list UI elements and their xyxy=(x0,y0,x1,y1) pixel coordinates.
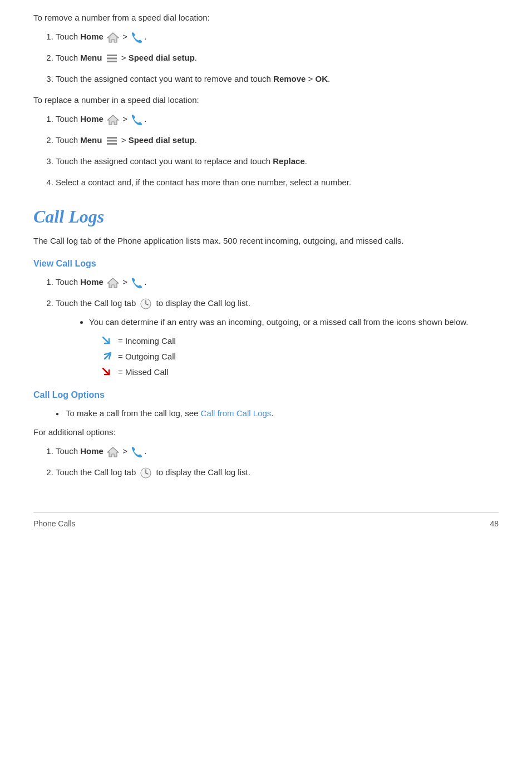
svg-rect-5 xyxy=(107,137,117,139)
missed-call-row: = Missed Call xyxy=(100,366,499,379)
home-icon-r1 xyxy=(107,32,119,43)
remove-intro: To remove a number from a speed dial loc… xyxy=(33,11,499,24)
svg-marker-0 xyxy=(107,33,119,42)
svg-rect-2 xyxy=(107,58,117,60)
additional-steps-list: Touch Home > . Touch the Call log tab to… xyxy=(56,445,499,479)
svg-line-12 xyxy=(103,337,109,343)
call-logs-intro: The Call log tab of the Phone applicatio… xyxy=(33,234,499,248)
view-step-1: Touch Home > . xyxy=(56,275,499,289)
outgoing-call-icon xyxy=(100,350,114,363)
replace-intro: To replace a number in a speed dial loca… xyxy=(33,93,499,107)
clock-icon-v2 xyxy=(140,298,152,310)
svg-rect-1 xyxy=(107,55,117,56)
speed-dial-setup-label-rp2: Speed dial setup xyxy=(129,135,195,145)
svg-marker-4 xyxy=(107,115,119,125)
footer-right: 48 xyxy=(490,517,499,530)
svg-rect-6 xyxy=(107,140,117,142)
home-icon-v1 xyxy=(107,277,119,288)
svg-marker-15 xyxy=(107,447,119,457)
replace-step-3: Touch the assigned contact you want to r… xyxy=(56,155,499,168)
remove-step-3: Touch the assigned contact you want to r… xyxy=(56,72,499,86)
home-label-v1: Home xyxy=(80,277,104,287)
view-step-2: Touch the Call log tab to display the Ca… xyxy=(56,297,499,379)
replace-steps-list: Touch Home > . Touch Menu > Speed dial s… xyxy=(56,112,499,189)
svg-marker-8 xyxy=(107,278,119,288)
remove-steps-list: Touch Home > . Touch Menu > Speed dial s… xyxy=(56,30,499,86)
phone-icon-r1 xyxy=(131,31,143,43)
home-label-r1: Home xyxy=(80,32,104,41)
home-icon-rp1 xyxy=(107,114,119,125)
home-label-rp1: Home xyxy=(80,114,104,124)
call-log-options-title: Call Log Options xyxy=(33,388,499,402)
remove-step-2: Touch Menu > Speed dial setup. xyxy=(56,51,499,65)
view-step-2-post: to display the Call log list. xyxy=(156,298,250,308)
footer-left: Phone Calls xyxy=(33,517,76,530)
missed-call-icon xyxy=(100,366,114,379)
additional-options-text: For additional options: xyxy=(33,426,499,439)
replace-step-1: Touch Home > . xyxy=(56,112,499,126)
incoming-call-label: = Incoming Call xyxy=(118,334,176,348)
options-bullet-end: . xyxy=(271,408,273,418)
additional-step-2: Touch the Call log tab to display the Ca… xyxy=(56,466,499,479)
svg-rect-7 xyxy=(107,143,117,145)
call-from-call-logs-link[interactable]: Call from Call Logs xyxy=(201,408,272,418)
additional-step-1: Touch Home > . xyxy=(56,445,499,458)
outgoing-call-row: = Outgoing Call xyxy=(100,350,499,363)
options-bullet-item: To make a call from the call log, see Ca… xyxy=(56,407,499,420)
page-footer: Phone Calls 48 xyxy=(33,512,499,530)
menu-icon-rp2 xyxy=(106,135,118,146)
view-step-2-text: Touch the Call log tab xyxy=(56,298,136,308)
phone-icon-rp1 xyxy=(131,114,143,126)
replace-label: Replace xyxy=(273,156,305,166)
missed-call-label: = Missed Call xyxy=(118,366,168,379)
menu-icon-r2 xyxy=(106,53,118,64)
svg-line-14 xyxy=(103,368,109,374)
remove-label: Remove xyxy=(273,74,306,83)
view-call-logs-title: View Call Logs xyxy=(33,257,499,271)
menu-label-rp2: Menu xyxy=(80,135,102,145)
phone-icon-v1 xyxy=(131,277,143,289)
incoming-call-row: = Incoming Call xyxy=(100,334,499,348)
speed-dial-setup-label-r2: Speed dial setup xyxy=(129,53,195,62)
remove-step-1: Touch Home > . xyxy=(56,30,499,43)
call-icons-block: = Incoming Call = Outgoing Call = Missed… xyxy=(100,334,499,379)
additional-step-2-text: Touch the Call log tab xyxy=(56,467,136,477)
call-logs-title: Call Logs xyxy=(33,203,499,231)
options-bullet-text: To make a call from the call log, see xyxy=(66,408,201,418)
menu-label-r2: Menu xyxy=(80,53,102,62)
phone-icon-a1 xyxy=(131,446,143,458)
view-step-2-bullets: You can determine if an entry was an inc… xyxy=(89,315,499,329)
clock-icon-a2 xyxy=(140,467,152,479)
home-icon-a1 xyxy=(107,446,119,457)
home-label-a1: Home xyxy=(80,446,104,456)
replace-step-2: Touch Menu > Speed dial setup. xyxy=(56,134,499,147)
options-bullet-list: To make a call from the call log, see Ca… xyxy=(56,407,499,420)
incoming-call-icon xyxy=(100,334,114,348)
additional-step-2-post: to display the Call log list. xyxy=(156,467,250,477)
view-steps-list: Touch Home > . Touch the Call log tab to… xyxy=(56,275,499,379)
bullet-icons-note: You can determine if an entry was an inc… xyxy=(89,315,499,329)
replace-step-4: Select a contact and, if the contact has… xyxy=(56,176,499,189)
outgoing-call-label: = Outgoing Call xyxy=(118,350,176,363)
ok-label: OK xyxy=(316,74,328,83)
svg-rect-3 xyxy=(107,61,117,62)
